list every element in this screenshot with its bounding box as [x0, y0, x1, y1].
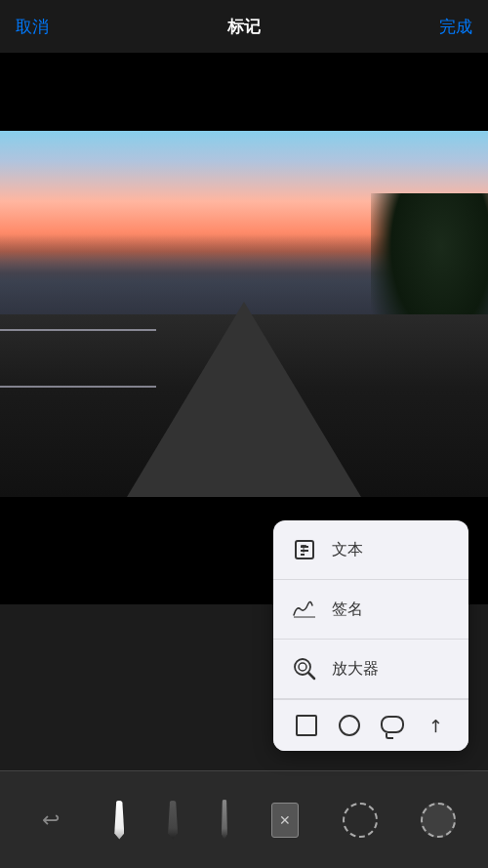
- filled-circle-icon: [421, 803, 456, 838]
- square-icon: [296, 715, 317, 736]
- page-title: 标记: [227, 16, 261, 38]
- speech-bubble-icon: [381, 716, 404, 735]
- popup-item-signature[interactable]: 签名: [273, 580, 468, 640]
- popup-item-text[interactable]: T 文本: [273, 520, 468, 580]
- shape-square-button[interactable]: [291, 710, 322, 741]
- dotted-circle-icon: [343, 803, 378, 838]
- magnifier-label: 放大器: [332, 659, 379, 680]
- arrow-icon: ↗: [423, 713, 448, 738]
- done-button[interactable]: 完成: [439, 16, 472, 38]
- magnifier-icon: [289, 653, 320, 684]
- signature-icon: [289, 594, 320, 625]
- shape-arrow-button[interactable]: ↗: [420, 710, 451, 741]
- svg-point-7: [299, 663, 306, 671]
- text-icon: T: [289, 534, 320, 565]
- eraser-tool[interactable]: ✕: [271, 803, 299, 838]
- popup-item-magnifier[interactable]: 放大器: [273, 640, 468, 699]
- road-layer: [127, 302, 361, 497]
- text-label: 文本: [332, 540, 363, 560]
- fence-layer: [0, 329, 156, 388]
- thin-pen-tool[interactable]: [222, 800, 227, 841]
- image-area: [0, 53, 488, 599]
- selection-circle-2[interactable]: [421, 803, 456, 838]
- signature-label: 签名: [332, 599, 363, 620]
- shape-speech-button[interactable]: [377, 710, 408, 741]
- svg-line-8: [308, 673, 314, 679]
- white-pen-icon: [114, 801, 124, 840]
- undo-button[interactable]: ↩: [31, 801, 70, 840]
- drawing-toolbar: ↩ ✕: [0, 770, 488, 868]
- white-pen-tool[interactable]: [114, 801, 124, 840]
- thin-pen-icon: [222, 800, 227, 841]
- dark-pen-icon: [168, 801, 178, 840]
- svg-text:T: T: [301, 544, 306, 555]
- selection-circle-1[interactable]: [343, 803, 378, 838]
- annotation-popup-menu: T 文本 签名 放大器: [273, 520, 468, 751]
- eraser-icon: ✕: [271, 803, 299, 838]
- circle-icon: [339, 715, 360, 736]
- dark-pen-tool[interactable]: [168, 801, 178, 840]
- cancel-button[interactable]: 取消: [16, 16, 49, 38]
- shape-circle-button[interactable]: [334, 710, 365, 741]
- street-photo: [0, 131, 488, 497]
- top-navigation-bar: 取消 标记 完成: [0, 0, 488, 53]
- shape-toolbar: ↗: [273, 699, 468, 751]
